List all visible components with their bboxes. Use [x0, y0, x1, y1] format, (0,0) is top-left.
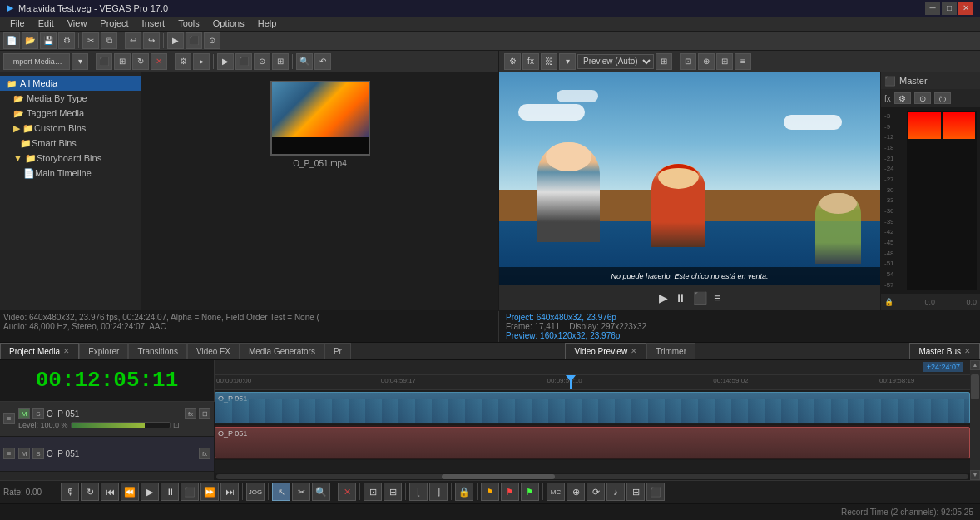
audio-expand-btn[interactable]: ≡ — [3, 448, 15, 459]
tab-explorer[interactable]: Explorer — [79, 343, 128, 359]
master-fx-btn3[interactable]: ⭮ — [934, 92, 951, 104]
tab-video-fx[interactable]: Video FX — [187, 343, 240, 359]
audio-mute-btn[interactable]: M — [18, 448, 30, 459]
redo-button[interactable]: ↪ — [143, 32, 160, 49]
scroll-thumb[interactable] — [442, 474, 555, 479]
x-btn[interactable]: ✕ — [338, 483, 356, 501]
media-thumbnail[interactable] — [270, 81, 370, 156]
play-btn[interactable]: ▶ — [217, 53, 234, 70]
media-btn3[interactable]: ↻ — [132, 53, 149, 70]
pause-button[interactable]: ⏸ — [675, 291, 686, 305]
composite-btn[interactable]: ⊕ — [567, 483, 585, 501]
maximize-button[interactable]: □ — [942, 2, 957, 15]
tab-pr[interactable]: Pr — [324, 343, 351, 359]
master-fx-btn1[interactable]: ⚙ — [894, 92, 911, 104]
cut-button[interactable]: ✂ — [82, 32, 99, 49]
menu-tools[interactable]: Tools — [171, 17, 206, 30]
stop-video-button[interactable]: ⬛ — [693, 291, 707, 305]
media-script[interactable]: ▸ — [193, 53, 210, 70]
grid-btn[interactable]: ⊞ — [384, 483, 402, 501]
sync-btn[interactable]: ⟳ — [587, 483, 605, 501]
render-as-button[interactable]: ⬛ — [186, 32, 202, 49]
open-button[interactable]: 📂 — [22, 32, 38, 49]
mix-btn[interactable]: ⊞ — [626, 483, 645, 501]
tab-master-bus[interactable]: Master Bus ✕ — [909, 343, 980, 359]
multicam-btn[interactable]: MC — [547, 483, 565, 501]
media-dropdown[interactable]: ▾ — [72, 53, 88, 70]
preview-chain[interactable]: ⛓ — [541, 53, 557, 70]
loop-btn[interactable]: ⊙ — [254, 53, 270, 70]
jog-mode-btn[interactable]: JOG — [246, 483, 265, 501]
tab-video-preview-close[interactable]: ✕ — [631, 347, 637, 355]
preview-r2[interactable]: ⊞ — [716, 53, 733, 70]
play-pause-button[interactable]: ▶ — [659, 291, 668, 305]
menu-project[interactable]: Project — [93, 17, 135, 30]
tab-video-preview[interactable]: Video Preview ✕ — [565, 343, 646, 359]
tab-project-media-close[interactable]: ✕ — [63, 347, 70, 355]
ff-end-btn[interactable]: ⏭ — [220, 483, 239, 501]
scroll-up-arrow[interactable]: ▲ — [970, 360, 980, 370]
preview-r1[interactable]: ⊕ — [698, 53, 715, 70]
preview-fx[interactable]: fx — [522, 53, 539, 70]
flag-red-btn[interactable]: ⚑ — [501, 483, 519, 501]
media-btn4[interactable]: ✕ — [151, 53, 167, 70]
scroll-thumb-vertical[interactable] — [970, 370, 980, 470]
preview-settings[interactable]: ⚙ — [504, 53, 521, 70]
edit-tool-btn[interactable]: ✂ — [292, 483, 310, 501]
cursor-tool-btn[interactable]: ↖ — [272, 483, 290, 501]
close-button[interactable]: ✕ — [958, 2, 973, 15]
video-clip-1[interactable]: O_P 051 — [215, 392, 970, 423]
tree-item-storyboard-bins[interactable]: ▼ 📁 Storyboard Bins — [0, 151, 141, 166]
record-button[interactable]: 🎙 — [61, 483, 79, 501]
pause-transport-btn[interactable]: ⏸ — [161, 483, 179, 501]
zoom-undo[interactable]: ↶ — [314, 53, 331, 70]
loop-transport-btn[interactable]: ↻ — [81, 483, 99, 501]
track-expand-btn[interactable]: ≡ — [3, 413, 15, 424]
audio-fx-btn[interactable]: fx — [199, 448, 210, 459]
track-motion-btn[interactable]: ⊞ — [199, 408, 210, 419]
flag-yellow-btn[interactable]: ⚑ — [481, 483, 499, 501]
preview-r3[interactable]: ≡ — [735, 53, 751, 70]
burn-button[interactable]: ⊙ — [204, 32, 220, 49]
preview-dropdown-trigger[interactable]: ▾ — [559, 53, 576, 70]
stop-btn[interactable]: ⬛ — [235, 53, 252, 70]
master-control-btn[interactable]: ⬛ — [646, 483, 665, 501]
tab-trimmer[interactable]: Trimmer — [646, 343, 695, 359]
zoom-tool-btn[interactable]: 🔍 — [312, 483, 330, 501]
preview-grid[interactable]: ⊞ — [656, 53, 672, 70]
menu-insert[interactable]: Insert — [136, 17, 172, 30]
stop-transport-btn[interactable]: ⬛ — [181, 483, 199, 501]
flag-green-btn[interactable]: ⚑ — [521, 483, 539, 501]
properties-button[interactable]: ⚙ — [58, 32, 75, 49]
menu-edit[interactable]: Edit — [32, 17, 61, 30]
tab-project-media[interactable]: Project Media ✕ — [0, 343, 79, 359]
media-btn1[interactable]: ⬛ — [96, 53, 112, 70]
tab-transitions[interactable]: Transitions — [128, 343, 187, 359]
marker-out-btn[interactable]: ⌋ — [429, 483, 448, 501]
menu-help[interactable]: Help — [251, 17, 284, 30]
audio-clip-1[interactable]: O_P 051 — [215, 427, 970, 458]
render-button[interactable]: ▶ — [167, 32, 184, 49]
import-media-button[interactable]: Import Media… — [3, 53, 70, 70]
preview-snap[interactable]: ⊡ — [680, 53, 696, 70]
timeline-scrollbar[interactable] — [215, 473, 970, 480]
more-controls-button[interactable]: ≡ — [714, 291, 720, 305]
minimize-button[interactable]: ─ — [925, 2, 940, 15]
copy-button[interactable]: ⧉ — [101, 32, 117, 49]
track-fx-btn[interactable]: fx — [185, 408, 196, 419]
track-mute-btn[interactable]: M — [18, 408, 30, 419]
new-button[interactable]: 📄 — [3, 32, 20, 49]
ff-btn[interactable]: ⏩ — [200, 483, 219, 501]
tree-item-custom-bins[interactable]: ▶ 📁 Custom Bins — [0, 121, 141, 136]
audio-solo-btn[interactable]: S — [32, 448, 44, 459]
tree-item-smart-bins[interactable]: 📁 Smart Bins — [0, 136, 141, 151]
playhead[interactable] — [570, 375, 572, 389]
snap-btn[interactable]: ⊡ — [364, 483, 382, 501]
audio-sync-btn[interactable]: ♪ — [606, 483, 625, 501]
tree-item-tagged-media[interactable]: 📂 Tagged Media — [0, 106, 141, 121]
view-btn[interactable]: ⊞ — [272, 53, 289, 70]
level-end-btn[interactable]: ⊡ — [173, 421, 180, 429]
track-solo-btn[interactable]: S — [32, 408, 44, 419]
zoom-btn[interactable]: 🔍 — [296, 53, 313, 70]
rewind-btn[interactable]: ⏪ — [121, 483, 139, 501]
